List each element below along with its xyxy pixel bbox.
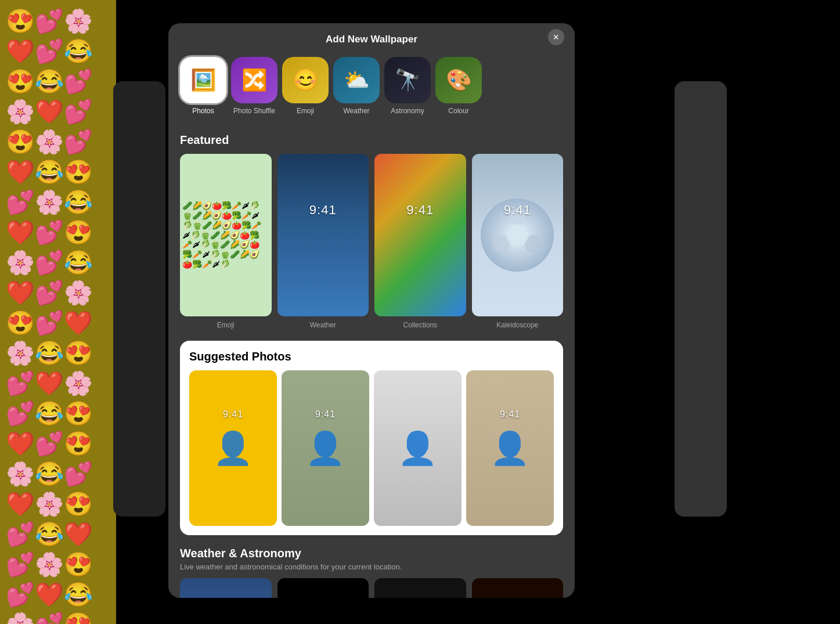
colour-icon-wrapper: 🎨: [435, 57, 482, 103]
photo-shuffle-icon-wrapper: 🔀: [231, 57, 277, 103]
person4-time: 9:41: [500, 409, 520, 420]
svg-point-4: [506, 224, 528, 246]
earth-bg: [277, 578, 369, 598]
suggested-title: Suggested Photos: [189, 350, 554, 363]
suggested-person1[interactable]: 👤 9:41: [189, 370, 277, 526]
modal-scroll-content[interactable]: Featured 🥒🌽🥑🍅🥦🥕🌶🥬🫑🥒🌽🥑🍅🥦🥕🌶🥬🫑🥒🌽🥑🍅🥦🥕🌶🥬🫑🥒🌽🥑🍅…: [168, 124, 575, 598]
person1-silhouette: 👤: [213, 430, 253, 467]
collections-thumb-time: 9:41: [406, 203, 434, 218]
suggested-person2[interactable]: 👤 9:41: [282, 370, 369, 526]
type-astronomy[interactable]: 🔭 Astronomy: [384, 57, 431, 115]
featured-grid: 🥒🌽🥑🍅🥦🥕🌶🥬🫑🥒🌽🥑🍅🥦🥕🌶🥬🫑🥒🌽🥑🍅🥦🥕🌶🥬🫑🥒🌽🥑🍅🥦🥕🌶🥬🫑🥒🌽🥑🍅…: [180, 154, 563, 316]
moon-bg: [374, 578, 466, 598]
kaleidoscope-svg: [481, 170, 554, 300]
add-wallpaper-modal: Add New Wallpaper ✕ 🖼️ Photos 🔀 Photo Sh…: [168, 23, 575, 598]
emoji-icon-wrapper: 😊: [282, 57, 329, 103]
featured-label-weather: Weather: [277, 321, 369, 329]
featured-label-emoji: Emoji: [180, 321, 272, 329]
person2-bg: 👤: [282, 370, 369, 526]
weather-day-thumb[interactable]: 9:41: [180, 578, 272, 598]
astronomy-icon-wrapper: 🔭: [384, 57, 431, 103]
modal-title: Add New Wallpaper: [326, 34, 417, 45]
emoji-type-label: Emoji: [297, 107, 314, 115]
featured-title: Featured: [180, 134, 563, 147]
featured-label-collections: Collections: [374, 321, 466, 329]
suggested-grid: 👤 9:41 👤 9:41 👤 👤: [189, 370, 554, 526]
person2-silhouette: 👤: [305, 430, 345, 467]
weather-astronomy-title: Weather & Astronomy: [180, 547, 563, 560]
mars-thumb[interactable]: 9:41: [472, 578, 564, 598]
bg-left-card: [113, 81, 165, 517]
suggested-person3[interactable]: 👤: [374, 370, 462, 526]
earth-thumb[interactable]: 9:41: [277, 578, 369, 598]
close-icon: ✕: [553, 33, 560, 42]
photos-label: Photos: [192, 107, 214, 115]
weather-icon-wrapper: ⛅: [333, 57, 380, 103]
type-photos[interactable]: 🖼️ Photos: [180, 57, 226, 115]
photo-shuffle-icon: 🔀: [241, 68, 268, 92]
type-weather[interactable]: ⛅ Weather: [333, 57, 380, 115]
featured-labels: Emoji Weather Collections Kaleidoscope: [180, 321, 563, 329]
weather-thumb-time: 9:41: [309, 203, 337, 218]
emoji-thumb-bg: 🥒🌽🥑🍅🥦🥕🌶🥬🫑🥒🌽🥑🍅🥦🥕🌶🥬🫑🥒🌽🥑🍅🥦🥕🌶🥬🫑🥒🌽🥑🍅🥦🥕🌶🥬🫑🥒🌽🥑🍅…: [180, 154, 272, 316]
person4-silhouette: 👤: [490, 430, 530, 467]
modal-header: Add New Wallpaper ✕: [168, 23, 575, 51]
colour-type-icon: 🎨: [446, 68, 472, 92]
wallpaper-type-picker: 🖼️ Photos 🔀 Photo Shuffle 😊 Emoji ⛅ Weat…: [168, 51, 575, 124]
emoji-type-icon: 😊: [293, 68, 319, 92]
moon-thumb[interactable]: 9:41: [374, 578, 466, 598]
suggested-person4[interactable]: 👤 9:41: [466, 370, 554, 526]
weather-thumb-bg: [277, 154, 369, 316]
collections-thumb-bg: [374, 154, 466, 316]
weather-type-label: Weather: [343, 107, 369, 115]
photos-icon: 🖼️: [190, 68, 217, 92]
bg-right-card: [675, 81, 727, 517]
kaleidoscope-thumb-bg: [472, 154, 564, 316]
featured-collections-thumb[interactable]: 9:41: [374, 154, 466, 316]
person2-time: 9:41: [315, 409, 336, 420]
person1-bg: 👤: [189, 370, 277, 526]
type-colour[interactable]: 🎨 Colour: [435, 57, 482, 115]
weather-astronomy-grid: 9:41 9:41: [180, 578, 563, 598]
weather-day-bg: [180, 578, 272, 598]
featured-emoji-thumb[interactable]: 🥒🌽🥑🍅🥦🥕🌶🥬🫑🥒🌽🥑🍅🥦🥕🌶🥬🫑🥒🌽🥑🍅🥦🥕🌶🥬🫑🥒🌽🥑🍅🥦🥕🌶🥬🫑🥒🌽🥑🍅…: [180, 154, 272, 316]
photos-icon-wrapper: 🖼️: [180, 57, 226, 103]
person3-silhouette: 👤: [398, 430, 438, 467]
emoji-background: 😍💕🌸❤️💕😂😍😂💕🌸❤️💕😍🌸💕❤️😂😍💕🌸😂❤️💕😍🌸💕😂❤️💕🌸😍💕❤️🌸…: [0, 0, 116, 624]
type-emoji[interactable]: 😊 Emoji: [282, 57, 329, 115]
person4-bg: 👤: [466, 370, 554, 526]
suggested-photos-section: Suggested Photos 👤 9:41 👤 9:41 �: [180, 341, 563, 535]
person3-bg: 👤: [374, 370, 462, 526]
bg-left-panel: 😍💕🌸❤️💕😂😍😂💕🌸❤️💕😍🌸💕❤️😂😍💕🌸😂❤️💕😍🌸💕😂❤️💕🌸😍💕❤️🌸…: [0, 0, 116, 624]
close-button[interactable]: ✕: [548, 29, 564, 45]
featured-label-kaleidoscope: Kaleidoscope: [472, 321, 564, 329]
type-photo-shuffle[interactable]: 🔀 Photo Shuffle: [231, 57, 277, 115]
mars-bg: [472, 578, 564, 598]
astronomy-type-icon: 🔭: [395, 68, 421, 92]
person1-time: 9:41: [223, 409, 243, 420]
kaleidoscope-thumb-time: 9:41: [504, 203, 531, 218]
featured-kaleidoscope-thumb[interactable]: 9:41: [472, 154, 564, 316]
colour-type-label: Colour: [448, 107, 468, 115]
weather-astronomy-subtitle: Live weather and astronomical conditions…: [180, 562, 563, 571]
featured-weather-thumb[interactable]: 9:41: [277, 154, 369, 316]
weather-type-icon: ⛅: [344, 68, 370, 92]
astronomy-type-label: Astronomy: [391, 107, 424, 115]
photo-shuffle-label: Photo Shuffle: [233, 107, 275, 115]
